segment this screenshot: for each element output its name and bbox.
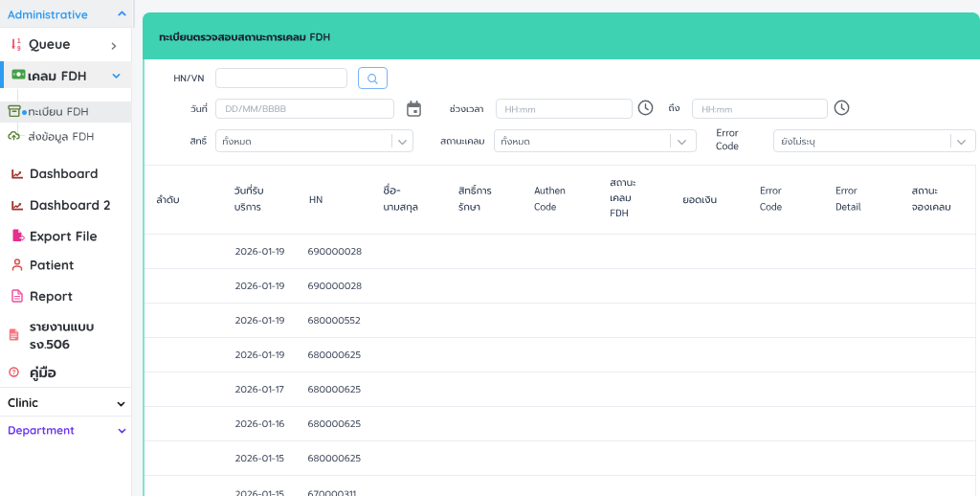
svg-text:?: ? bbox=[12, 369, 16, 375]
svg-text:9: 9 bbox=[17, 45, 21, 51]
svg-text:1: 1 bbox=[17, 38, 21, 44]
